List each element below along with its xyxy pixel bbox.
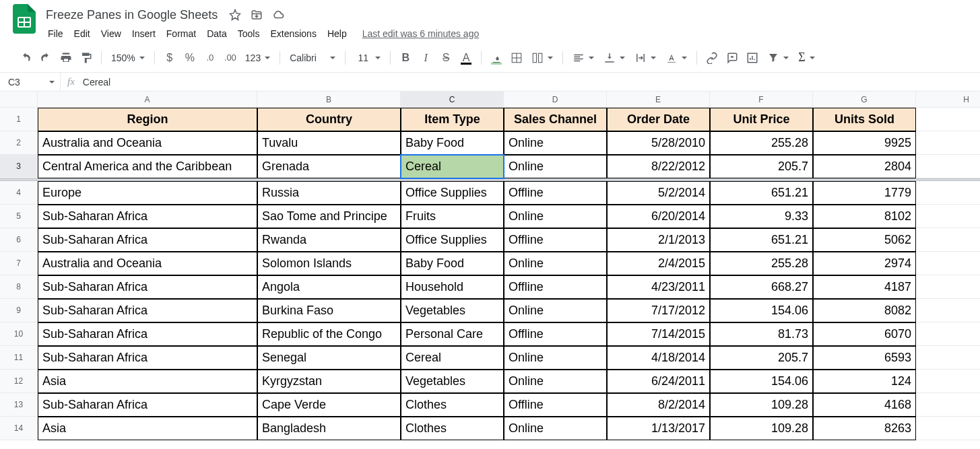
cell-D14[interactable]: Online: [504, 417, 607, 440]
cell-C2[interactable]: Baby Food: [401, 131, 504, 155]
row-header-3[interactable]: 3: [0, 155, 38, 178]
cell-A13[interactable]: Sub-Saharan Africa: [38, 393, 257, 417]
vertical-align-button[interactable]: [599, 48, 629, 67]
percent-button[interactable]: %: [181, 48, 199, 67]
cell-A14[interactable]: Asia: [38, 417, 257, 440]
text-rotation-button[interactable]: [661, 48, 691, 67]
cell-H6[interactable]: [916, 228, 980, 252]
cell-D5[interactable]: Online: [504, 205, 607, 228]
cell-F2[interactable]: 255.28: [710, 131, 813, 155]
cell-D2[interactable]: Online: [504, 131, 607, 155]
row-header-6[interactable]: 6: [0, 228, 38, 252]
cell-C10[interactable]: Personal Care: [401, 322, 504, 346]
cell-E10[interactable]: 7/14/2015: [607, 322, 710, 346]
cell-E11[interactable]: 4/18/2014: [607, 346, 710, 370]
cell-D7[interactable]: Online: [504, 252, 607, 275]
merge-button[interactable]: [527, 48, 557, 67]
row-header-12[interactable]: 12: [0, 370, 38, 393]
cell-G14[interactable]: 8263: [813, 417, 916, 440]
sheets-logo[interactable]: [11, 5, 38, 32]
cell-C7[interactable]: Baby Food: [401, 252, 504, 275]
cell-G11[interactable]: 6593: [813, 346, 916, 370]
cell-B12[interactable]: Kyrgyzstan: [257, 370, 401, 393]
cell-E4[interactable]: 5/2/2014: [607, 181, 710, 205]
cell-D9[interactable]: Online: [504, 299, 607, 322]
cell-H3[interactable]: [916, 155, 980, 178]
row-header-9[interactable]: 9: [0, 299, 38, 322]
cell-E12[interactable]: 6/24/2011: [607, 370, 710, 393]
cell-A8[interactable]: Sub-Saharan Africa: [38, 275, 257, 299]
cell-D6[interactable]: Offline: [504, 228, 607, 252]
cell-E8[interactable]: 4/23/2011: [607, 275, 710, 299]
cell-A10[interactable]: Sub-Saharan Africa: [38, 322, 257, 346]
cell-F13[interactable]: 109.28: [710, 393, 813, 417]
cell-H10[interactable]: [916, 322, 980, 346]
cell-A4[interactable]: Europe: [38, 181, 257, 205]
cell-F4[interactable]: 651.21: [710, 181, 813, 205]
cell-E3[interactable]: 8/22/2012: [607, 155, 710, 178]
col-header-E[interactable]: E: [607, 92, 710, 108]
bold-button[interactable]: B: [396, 48, 415, 67]
menu-file[interactable]: File: [43, 26, 68, 42]
cell-D4[interactable]: Offline: [504, 181, 607, 205]
cell-G3[interactable]: 2804: [813, 155, 916, 178]
functions-button[interactable]: Σ: [794, 48, 818, 67]
cell-F6[interactable]: 651.21: [710, 228, 813, 252]
cell-D11[interactable]: Online: [504, 346, 607, 370]
cell-C8[interactable]: Household: [401, 275, 504, 299]
cell-G2[interactable]: 9925: [813, 131, 916, 155]
cell-B4[interactable]: Russia: [257, 181, 401, 205]
cell-H9[interactable]: [916, 299, 980, 322]
cell-B3[interactable]: Grenada: [257, 155, 401, 178]
cell-C4[interactable]: Office Supplies: [401, 181, 504, 205]
cell-E7[interactable]: 2/4/2015: [607, 252, 710, 275]
cloud-status-icon[interactable]: [271, 8, 285, 22]
cell-E13[interactable]: 8/2/2014: [607, 393, 710, 417]
strikethrough-button[interactable]: S: [436, 48, 455, 67]
menu-edit[interactable]: Edit: [69, 26, 95, 42]
cell-F3[interactable]: 205.7: [710, 155, 813, 178]
cell-H2[interactable]: [916, 131, 980, 155]
last-edit-link[interactable]: Last edit was 6 minutes ago: [362, 28, 480, 39]
zoom-select[interactable]: 150%: [107, 48, 149, 67]
cell-G5[interactable]: 8102: [813, 205, 916, 228]
col-header-B[interactable]: B: [257, 92, 401, 108]
cell-E6[interactable]: 2/1/2013: [607, 228, 710, 252]
row-header-5[interactable]: 5: [0, 205, 38, 228]
cell-B14[interactable]: Bangladesh: [257, 417, 401, 440]
menu-insert[interactable]: Insert: [127, 26, 160, 42]
filter-button[interactable]: [763, 48, 793, 67]
col-header-D[interactable]: D: [504, 92, 607, 108]
cell-A6[interactable]: Sub-Saharan Africa: [38, 228, 257, 252]
paint-format-button[interactable]: [77, 48, 96, 67]
col-header-C[interactable]: C: [401, 92, 504, 108]
cell-G7[interactable]: 2974: [813, 252, 916, 275]
decrease-decimal-button[interactable]: .0: [201, 48, 220, 67]
print-button[interactable]: [57, 48, 75, 67]
horizontal-align-button[interactable]: [568, 48, 598, 67]
menu-help[interactable]: Help: [323, 26, 352, 42]
row-header-11[interactable]: 11: [0, 346, 38, 370]
cell-F12[interactable]: 154.06: [710, 370, 813, 393]
currency-button[interactable]: $: [160, 48, 179, 67]
comment-button[interactable]: [723, 48, 742, 67]
font-size-select[interactable]: 11: [351, 48, 385, 67]
cell-A5[interactable]: Sub-Saharan Africa: [38, 205, 257, 228]
row-header-2[interactable]: 2: [0, 131, 38, 155]
cell-E2[interactable]: 5/28/2010: [607, 131, 710, 155]
star-icon[interactable]: [228, 8, 242, 22]
cell-F5[interactable]: 9.33: [710, 205, 813, 228]
cell-E1[interactable]: Order Date: [607, 108, 710, 131]
menu-data[interactable]: Data: [202, 26, 232, 42]
cell-C13[interactable]: Clothes: [401, 393, 504, 417]
cell-G4[interactable]: 1779: [813, 181, 916, 205]
cell-C3[interactable]: Cereal: [401, 155, 504, 178]
cell-A12[interactable]: Asia: [38, 370, 257, 393]
text-wrap-button[interactable]: [630, 48, 660, 67]
col-header-H[interactable]: H: [916, 92, 980, 108]
row-header-14[interactable]: 14: [0, 417, 38, 440]
cell-A9[interactable]: Sub-Saharan Africa: [38, 299, 257, 322]
cell-H1[interactable]: [916, 108, 980, 131]
cell-H11[interactable]: [916, 346, 980, 370]
cell-B9[interactable]: Burkina Faso: [257, 299, 401, 322]
